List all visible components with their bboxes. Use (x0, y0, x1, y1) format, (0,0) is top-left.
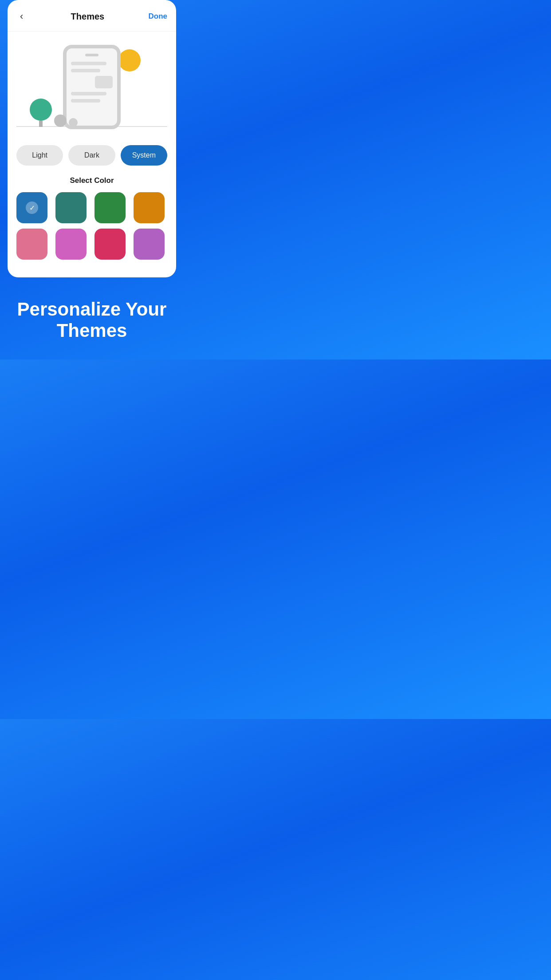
color-swatch-purple[interactable] (134, 229, 165, 260)
phone-card-block (95, 76, 113, 88)
tree-small-1 (54, 115, 67, 127)
tree-top-large (30, 99, 52, 121)
theme-illustration (8, 32, 176, 138)
tree-group (30, 99, 78, 127)
color-swatch-green[interactable] (94, 192, 126, 223)
bottom-headline: Personalize Your Themes (13, 299, 170, 342)
phone-line-1 (71, 62, 106, 65)
color-swatch-teal[interactable] (55, 192, 87, 223)
tree-trunk (39, 121, 43, 127)
phone-line-3 (71, 92, 106, 95)
done-button[interactable]: Done (148, 12, 167, 21)
theme-button-dark[interactable]: Dark (68, 145, 115, 166)
theme-button-light[interactable]: Light (16, 145, 63, 166)
color-swatch-blue[interactable]: ✓ (16, 192, 47, 223)
theme-button-system[interactable]: System (121, 145, 167, 166)
tree-top-small (54, 115, 67, 127)
color-swatch-magenta[interactable] (55, 229, 87, 260)
back-button[interactable]: ‹ (16, 9, 27, 24)
color-swatch-orange[interactable] (134, 192, 165, 223)
header: ‹ Themes Done (8, 0, 176, 32)
page-title: Themes (71, 12, 105, 22)
check-icon: ✓ (26, 202, 38, 214)
sun-icon (118, 49, 141, 71)
select-color-label: Select Color (8, 176, 176, 185)
bottom-section: Personalize Your Themes (0, 277, 184, 360)
tree-small-2 (69, 118, 78, 127)
themes-card: ‹ Themes Done Ligh (8, 0, 176, 277)
color-swatch-pink[interactable] (16, 229, 47, 260)
color-grid: ✓ (8, 192, 176, 260)
color-swatch-red[interactable] (94, 229, 126, 260)
phone-notch (85, 54, 98, 56)
theme-buttons-group: Light Dark System (8, 145, 176, 166)
phone-line-2 (71, 69, 100, 72)
tree-top-tiny (69, 118, 78, 127)
tree-main (30, 99, 52, 127)
